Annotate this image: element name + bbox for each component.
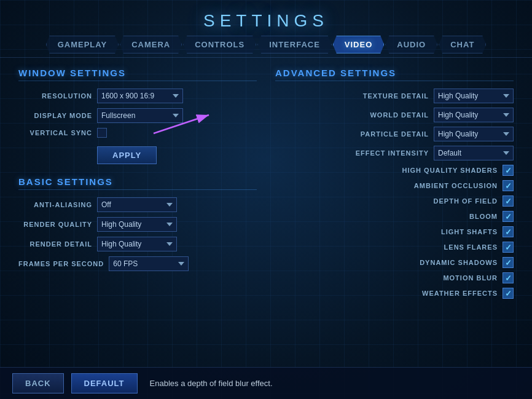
ambient-occlusion-label: AMBIENT OCCLUSION [275, 182, 498, 189]
lens-flares-checkbox[interactable] [503, 242, 514, 253]
effect-intensity-row: EFFECT INTENSITY Default [275, 146, 514, 160]
bloom-checkbox[interactable] [503, 211, 514, 222]
tab-gameplay[interactable]: GAMEPLAY [46, 36, 119, 53]
lens-flares-row: LENS FLARES [275, 242, 514, 253]
display-mode-label: DISPLAY MODE [18, 112, 92, 119]
main-content: WINDOW SETTINGS RESOLUTION 1600 x 900 16… [0, 58, 532, 367]
tab-controls[interactable]: CONTROLS [183, 36, 256, 53]
dropdown-arrow-icon [166, 203, 173, 207]
world-detail-dropdown[interactable]: High Quality [434, 108, 514, 122]
hq-shaders-row: HIGH QUALITY SHADERS [275, 165, 514, 176]
fps-label: FRAMES PER SECOND [18, 260, 104, 267]
motion-blur-row: MOTION BLUR [275, 272, 514, 283]
texture-detail-row: TEXTURE DETAIL High Quality [275, 89, 514, 103]
page-title: SETTINGS [0, 11, 532, 31]
dropdown-arrow-icon [173, 114, 179, 117]
effect-intensity-label: EFFECT INTENSITY [275, 149, 429, 157]
ambient-occlusion-row: AMBIENT OCCLUSION [275, 180, 514, 191]
render-quality-dropdown[interactable]: High Quality [97, 217, 177, 232]
render-quality-row: RENDER QUALITY High Quality [18, 217, 257, 232]
lens-flares-label: LENS FLARES [275, 243, 498, 251]
light-shafts-row: LIGHT SHAFTS [275, 226, 514, 237]
hq-shaders-label: HIGH QUALITY SHADERS [275, 167, 498, 174]
render-detail-row: RENDER DETAIL High Quality [18, 237, 257, 251]
display-mode-dropdown[interactable]: Fullscreen [97, 108, 183, 123]
dropdown-arrow-icon [503, 113, 509, 117]
tab-interface[interactable]: INTERFACE [257, 36, 332, 53]
basic-settings-header: BASIC SETTINGS [18, 176, 257, 190]
resolution-label: RESOLUTION [18, 92, 92, 100]
back-button[interactable]: BACK [12, 373, 64, 393]
dynamic-shadows-checkbox[interactable] [503, 257, 514, 268]
display-mode-row: DISPLAY MODE Fullscreen [18, 108, 257, 123]
effect-intensity-dropdown[interactable]: Default [434, 146, 514, 160]
tab-bar: GAMEPLAY CAMERA CONTROLS INTERFACE VIDEO… [0, 36, 532, 58]
bloom-row: BLOOM [275, 211, 514, 222]
vsync-row: VERTICAL SYNC [18, 128, 257, 138]
particle-detail-dropdown[interactable]: High Quality [434, 127, 514, 141]
fps-dropdown[interactable]: 60 FPS [109, 256, 189, 271]
weather-effects-checkbox[interactable] [503, 288, 514, 299]
fps-row: FRAMES PER SECOND 60 FPS [18, 256, 257, 271]
vsync-label: VERTICAL SYNC [18, 129, 92, 136]
render-detail-label: RENDER DETAIL [18, 240, 92, 248]
light-shafts-label: LIGHT SHAFTS [275, 228, 498, 235]
tab-camera[interactable]: CAMERA [120, 36, 182, 53]
left-panel: WINDOW SETTINGS RESOLUTION 1600 x 900 16… [18, 68, 257, 357]
depth-of-field-checkbox[interactable] [503, 196, 514, 207]
anti-aliasing-row: ANTI-ALIASING Off [18, 197, 257, 212]
render-detail-dropdown[interactable]: High Quality [97, 237, 177, 251]
apply-button[interactable]: APPLY [97, 146, 157, 164]
weather-effects-row: WEATHER EFFECTS [275, 288, 514, 299]
texture-detail-label: TEXTURE DETAIL [275, 92, 429, 100]
motion-blur-checkbox[interactable] [503, 272, 514, 283]
particle-detail-row: PARTICLE DETAIL High Quality [275, 127, 514, 141]
depth-of-field-label: DEPTH OF FIELD [275, 197, 498, 205]
anti-aliasing-label: ANTI-ALIASING [18, 201, 92, 208]
anti-aliasing-dropdown[interactable]: Off [97, 197, 177, 212]
weather-effects-label: WEATHER EFFECTS [275, 290, 498, 297]
dropdown-arrow-icon [166, 223, 173, 226]
resolution-dropdown[interactable]: 1600 x 900 16:9 [97, 89, 183, 103]
hq-shaders-checkbox[interactable] [503, 165, 514, 176]
world-detail-label: WORLD DETAIL [275, 111, 429, 119]
dropdown-arrow-icon [166, 242, 173, 246]
right-panel: ADVANCED SETTINGS TEXTURE DETAIL High Qu… [275, 68, 514, 357]
dropdown-arrow-icon [173, 94, 179, 98]
window-settings-header: WINDOW SETTINGS [18, 68, 257, 81]
bloom-label: BLOOM [275, 213, 498, 220]
dropdown-arrow-icon [503, 132, 509, 136]
ambient-occlusion-checkbox[interactable] [503, 180, 514, 191]
dynamic-shadows-row: DYNAMIC SHADOWS [275, 257, 514, 268]
depth-of-field-row: DEPTH OF FIELD [275, 196, 514, 207]
dropdown-arrow-icon [178, 262, 184, 266]
tab-video[interactable]: VIDEO [333, 36, 384, 53]
dynamic-shadows-label: DYNAMIC SHADOWS [275, 259, 498, 266]
dropdown-arrow-icon [503, 94, 509, 98]
texture-detail-dropdown[interactable]: High Quality [434, 89, 514, 103]
render-quality-label: RENDER QUALITY [18, 221, 92, 228]
world-detail-row: WORLD DETAIL High Quality [275, 108, 514, 122]
tab-chat[interactable]: CHAT [439, 36, 486, 53]
bottom-bar: BACK DEFAULT Enables a depth of field bl… [0, 367, 532, 399]
tab-audio[interactable]: AUDIO [385, 36, 437, 53]
resolution-row: RESOLUTION 1600 x 900 16:9 [18, 89, 257, 103]
particle-detail-label: PARTICLE DETAIL [275, 130, 429, 138]
vsync-checkbox[interactable] [97, 128, 107, 138]
motion-blur-label: MOTION BLUR [275, 274, 498, 282]
default-button[interactable]: DEFAULT [71, 373, 138, 393]
title-area: SETTINGS [0, 0, 532, 36]
basic-settings-section: BASIC SETTINGS ANTI-ALIASING Off RENDER … [18, 176, 257, 271]
advanced-settings-header: ADVANCED SETTINGS [275, 68, 514, 81]
dropdown-arrow-icon [503, 151, 509, 155]
light-shafts-checkbox[interactable] [503, 226, 514, 237]
bottom-info-text: Enables a depth of field blur effect. [150, 379, 273, 388]
